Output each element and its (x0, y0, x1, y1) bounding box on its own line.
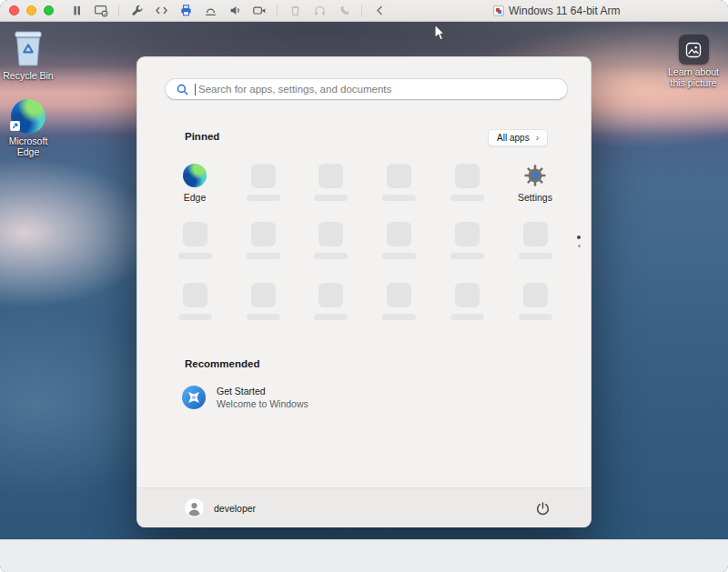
pinned-placeholder-tile (301, 222, 359, 259)
vm-window: Windows 11 64-bit Arm Recycle Bin Micros… (0, 0, 728, 572)
placeholder-app-label (382, 253, 416, 259)
placeholder-app-label (382, 314, 416, 320)
search-icon (177, 84, 188, 95)
desktop-icon-label: Learn about this picture (662, 66, 725, 88)
zoom-button[interactable] (44, 5, 54, 15)
recommended-item-subtitle: Welcome to Windows (217, 398, 308, 409)
placeholder-app-icon (455, 283, 480, 307)
trash-icon[interactable] (288, 4, 302, 18)
placeholder-app-label (450, 314, 484, 320)
edge-icon (183, 164, 207, 187)
placeholder-app-label (519, 253, 552, 259)
placeholder-app-label (314, 253, 348, 259)
pinned-placeholder-tile (506, 283, 564, 320)
power-button[interactable] (534, 500, 551, 517)
user-name: developer (214, 503, 256, 514)
placeholder-app-icon (183, 283, 207, 307)
phone-icon[interactable] (337, 4, 351, 18)
printer-icon[interactable] (178, 4, 193, 18)
pinned-app-edge[interactable]: Edge (166, 164, 224, 203)
placeholder-app-label (178, 314, 212, 320)
page-dot[interactable] (578, 245, 581, 247)
placeholder-app-icon (387, 164, 411, 188)
pinned-placeholder-tile (234, 222, 292, 259)
placeholder-app-icon (387, 222, 411, 246)
placeholder-app-icon (523, 222, 548, 246)
pinned-placeholder-tile (234, 164, 292, 201)
get-started-icon (181, 385, 207, 410)
placeholder-app-icon (318, 222, 343, 246)
desktop-icon-learn-about-picture[interactable]: Learn about this picture (661, 35, 726, 88)
user-profile-button[interactable]: developer (185, 498, 256, 517)
recommended-heading: Recommended (185, 358, 259, 369)
text-caret (195, 84, 196, 95)
window-title: Windows 11 64-bit Arm (509, 5, 621, 17)
code-icon[interactable] (154, 4, 168, 18)
minimize-button[interactable] (26, 5, 36, 15)
pinned-placeholder-tile (166, 222, 224, 259)
edge-icon (11, 99, 46, 134)
start-search-box[interactable] (165, 78, 568, 100)
recommended-item-title: Get Started (217, 386, 308, 396)
display-snapshot-icon[interactable] (94, 4, 108, 18)
placeholder-app-icon (318, 283, 343, 307)
placeholder-app-icon (251, 283, 276, 307)
start-menu: Pinned All apps › Edge S (136, 56, 592, 527)
back-chevron-icon[interactable] (372, 4, 387, 18)
desktop-icon-microsoft-edge[interactable]: Microsoft Edge (2, 99, 55, 157)
vm-os-icon (493, 5, 504, 16)
placeholder-app-icon (251, 222, 276, 246)
pinned-app-settings[interactable]: Settings (506, 164, 564, 203)
all-apps-button[interactable]: All apps › (488, 129, 548, 146)
placeholder-app-label (450, 195, 484, 201)
pinned-placeholder-tile (369, 164, 428, 201)
taskbar: Search (0, 539, 728, 572)
wrench-icon[interactable] (129, 4, 144, 18)
placeholder-app-icon (523, 283, 548, 307)
vm-titlebar: Windows 11 64-bit Arm (0, 0, 728, 22)
pinned-heading: Pinned (185, 131, 219, 142)
window-title-group: Windows 11 64-bit Arm (493, 0, 621, 22)
pause-icon[interactable] (69, 4, 84, 18)
toolbar-separator (118, 5, 119, 16)
desktop-icon-recycle-bin[interactable]: Recycle Bin (2, 28, 55, 81)
pinned-page-indicator[interactable] (577, 236, 581, 247)
toolbar-separator (361, 5, 362, 16)
user-avatar (185, 498, 204, 517)
placeholder-app-label (450, 253, 484, 259)
toolbar-separator (277, 5, 278, 16)
placeholder-app-icon (251, 164, 276, 188)
pinned-placeholder-tile (369, 283, 428, 320)
pinned-placeholder-tile (438, 164, 496, 201)
volume-icon[interactable] (228, 4, 242, 18)
power-icon (535, 501, 551, 517)
desktop-icon-label: Recycle Bin (3, 70, 53, 81)
placeholder-app-label (178, 253, 212, 259)
shortcut-arrow-icon (10, 118, 20, 135)
input-capture-icon[interactable] (203, 4, 217, 18)
picture-info-icon (679, 35, 709, 65)
recommended-item-get-started[interactable]: Get Started Welcome to Windows (181, 385, 308, 410)
placeholder-app-label (314, 195, 348, 201)
pinned-app-label: Settings (518, 192, 552, 203)
pinned-placeholder-tile (369, 222, 428, 259)
video-camera-icon[interactable] (252, 4, 267, 18)
desktop-icon-label: Microsoft Edge (3, 135, 54, 157)
placeholder-app-label (314, 314, 348, 320)
search-input[interactable] (197, 79, 561, 99)
placeholder-app-label (382, 195, 416, 201)
headphones-icon[interactable] (312, 4, 327, 18)
placeholder-app-icon (387, 283, 411, 307)
close-button[interactable] (9, 5, 19, 15)
pinned-app-label: Edge (184, 192, 207, 203)
all-apps-label: All apps (497, 133, 530, 143)
placeholder-app-icon (455, 164, 480, 188)
placeholder-app-label (247, 314, 280, 320)
placeholder-app-icon (318, 164, 343, 188)
start-menu-footer: developer (137, 487, 591, 527)
placeholder-app-label (247, 195, 280, 201)
placeholder-app-label (519, 314, 552, 320)
pinned-placeholder-tile (506, 222, 564, 259)
vm-toolbar (69, 4, 387, 18)
page-dot-active[interactable] (577, 236, 581, 239)
